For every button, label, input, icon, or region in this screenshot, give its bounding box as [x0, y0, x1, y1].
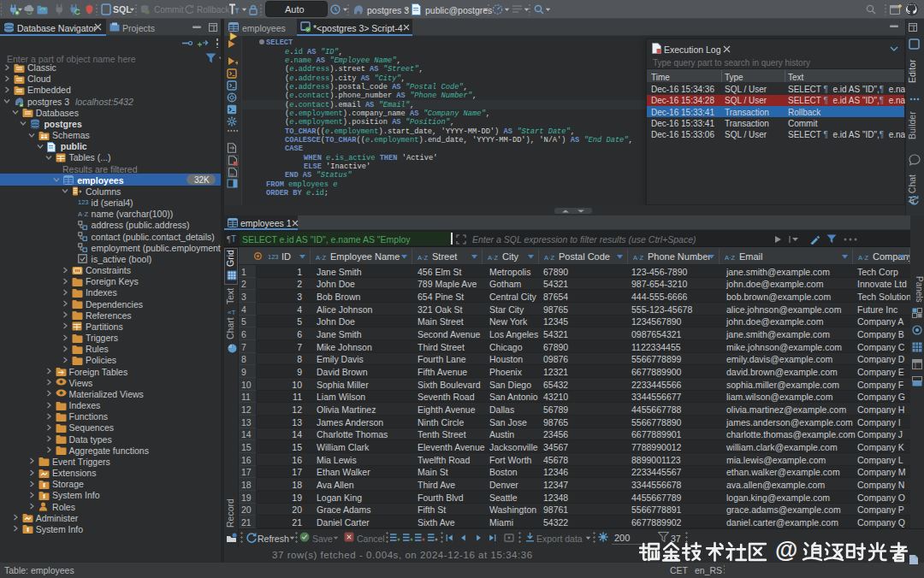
- svg-text:A·Z: A·Z: [858, 254, 869, 262]
- svg-text:A·Z: A·Z: [488, 254, 499, 262]
- svg-text:A·Z: A·Z: [725, 254, 736, 262]
- svg-text:in: in: [230, 172, 234, 177]
- svg-text:A·Z: A·Z: [78, 209, 89, 217]
- svg-text:123: 123: [78, 198, 89, 205]
- svg-text:A·Z: A·Z: [316, 254, 327, 262]
- svg-text:A·Z: A·Z: [633, 254, 644, 262]
- svg-text:«T: «T: [228, 309, 235, 316]
- svg-text:123: 123: [268, 253, 279, 260]
- svg-text:A·Z: A·Z: [418, 254, 429, 262]
- svg-text:T: T: [231, 234, 236, 244]
- svg-text:A·Z: A·Z: [544, 254, 555, 262]
